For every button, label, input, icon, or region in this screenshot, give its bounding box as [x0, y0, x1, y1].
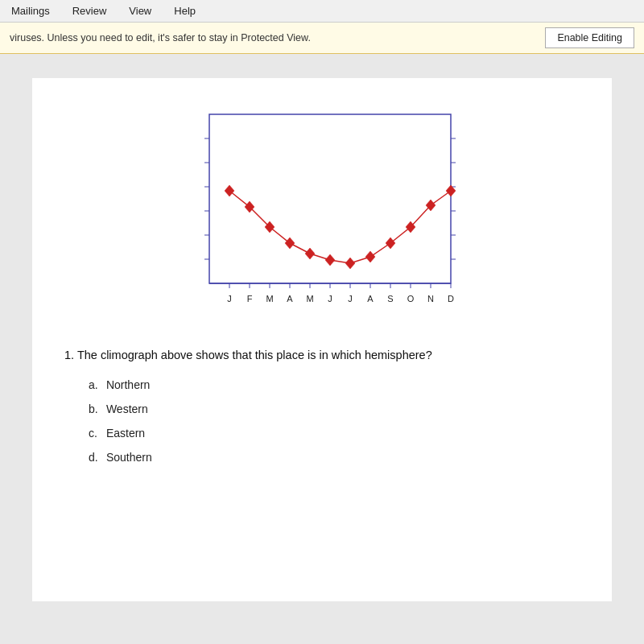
- answer-b: b. Western: [89, 398, 580, 420]
- svg-text:F: F: [247, 294, 253, 303]
- answer-c-text: Eastern: [106, 427, 145, 440]
- svg-marker-26: [225, 185, 234, 196]
- svg-marker-34: [386, 237, 395, 249]
- question-body: The climograph above shows that this pla…: [77, 349, 432, 361]
- svg-marker-31: [325, 254, 335, 266]
- answer-list: a. Northern b. Western c. Eastern d. Sou…: [89, 374, 580, 469]
- svg-marker-32: [345, 258, 355, 269]
- answer-b-text: Western: [106, 402, 148, 415]
- menu-review[interactable]: Review: [69, 3, 110, 19]
- answer-a-label: a.: [89, 374, 103, 396]
- question-section: 1. The climograph above shows that this …: [64, 344, 580, 469]
- answer-d-label: d.: [89, 446, 103, 469]
- svg-text:D: D: [448, 294, 454, 303]
- menu-help[interactable]: Help: [171, 3, 199, 19]
- protected-view-bar: viruses. Unless you need to edit, it's s…: [0, 23, 644, 54]
- svg-text:A: A: [367, 294, 374, 303]
- answer-a: a. Northern: [89, 374, 580, 396]
- svg-text:M: M: [266, 294, 273, 303]
- menu-mailings[interactable]: Mailings: [8, 3, 53, 19]
- svg-marker-33: [365, 251, 375, 262]
- chart-area: J F M A M J J A S O N D: [64, 102, 580, 320]
- svg-text:A: A: [287, 294, 293, 303]
- menu-bar: Mailings Review View Help: [0, 0, 644, 23]
- answer-a-text: Northern: [106, 378, 150, 391]
- question-text: 1. The climograph above shows that this …: [64, 344, 580, 367]
- svg-text:M: M: [306, 294, 313, 303]
- answer-b-label: b.: [89, 398, 103, 420]
- svg-text:S: S: [387, 294, 393, 303]
- climograph-chart: J F M A M J J A S O N D: [169, 102, 475, 320]
- answer-d-text: Southern: [106, 451, 152, 464]
- enable-editing-button[interactable]: Enable Editing: [545, 27, 634, 48]
- svg-marker-30: [305, 248, 315, 259]
- document-content: J F M A M J J A S O N D 1. The climograp…: [32, 78, 612, 601]
- protected-message: viruses. Unless you need to edit, it's s…: [10, 32, 545, 43]
- answer-c: c. Eastern: [89, 422, 580, 444]
- svg-marker-29: [285, 237, 295, 249]
- answer-d: d. Southern: [89, 446, 580, 469]
- svg-text:N: N: [427, 294, 434, 303]
- question-number: 1.: [64, 349, 74, 361]
- svg-text:J: J: [328, 294, 332, 303]
- svg-text:J: J: [227, 294, 232, 303]
- menu-view[interactable]: View: [126, 3, 155, 19]
- svg-text:O: O: [407, 294, 415, 303]
- answer-c-label: c.: [89, 422, 103, 444]
- svg-text:J: J: [348, 294, 353, 303]
